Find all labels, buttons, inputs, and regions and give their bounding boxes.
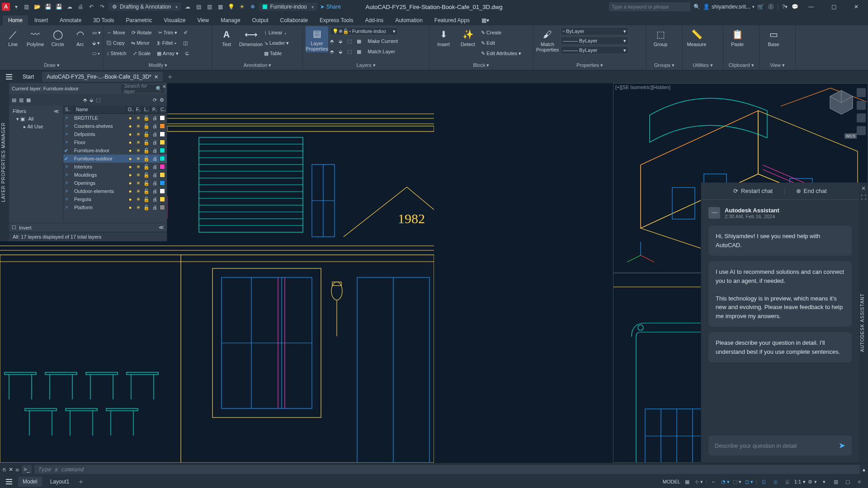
layer-tool6[interactable]: ⬙ [339, 49, 342, 55]
tool-line[interactable]: ／Line [3, 26, 23, 47]
snow-icon[interactable]: ❄ [249, 3, 256, 10]
help-icon[interactable]: ?▾ [781, 3, 788, 10]
search-icon[interactable]: 🔍 [693, 3, 700, 10]
tab-expresstools[interactable]: Express Tools [314, 15, 359, 25]
assistant-side-title[interactable]: AUTODESK ASSISTANT [859, 183, 868, 463]
layer-panel-title[interactable]: LAYER PROPERTIES MANAGER [0, 83, 9, 241]
tool-erase-icon[interactable]: ✐ [184, 30, 188, 36]
tool-ellipse[interactable]: ⬭ ▾ [92, 49, 101, 58]
block-edit[interactable]: ✎ Edit [481, 38, 521, 47]
tab-automation[interactable]: Automation [390, 15, 428, 25]
tab-addins[interactable]: Add-ins [359, 15, 389, 25]
osnap-icon[interactable]: ◻ ▾ [744, 477, 754, 487]
polar-icon[interactable]: ◔ ▾ [721, 477, 731, 487]
layer-row[interactable]: 〃Counters-shelves●☀🔓🖨 [63, 122, 167, 130]
cmd-history-icon[interactable]: ⎋ [3, 466, 6, 473]
tool-text[interactable]: AText [215, 26, 238, 47]
new-icon[interactable]: ▥ [23, 3, 30, 10]
tool-scale[interactable]: ⤢ Scale [133, 51, 151, 56]
tool-hatch[interactable]: ⬙ ▾ [92, 38, 101, 47]
cmd-customize-icon[interactable]: ⎄ [16, 466, 19, 473]
tool-arc[interactable]: ◠Arc [70, 26, 90, 47]
layer-delete-icon[interactable]: ▥ [19, 97, 24, 103]
tab-document[interactable]: AutoCAD-FY25_Fire-...-Book-Cafe_01_3D*✕ [42, 72, 162, 82]
tool-polyline[interactable]: 〰Polyline [25, 26, 45, 47]
layer-row[interactable]: 〃Openings●☀🔓🖨 [63, 179, 167, 187]
layer-iso-icon[interactable]: ⬘ [83, 97, 87, 103]
layer-tool1[interactable]: ⬘ [330, 38, 334, 44]
tool-offset-icon[interactable]: ⊆ [185, 51, 189, 56]
bulb-icon[interactable]: 💡 [227, 3, 235, 10]
sheet2-icon[interactable]: ▥ [206, 3, 213, 10]
layer-row[interactable]: 〃Outdoor-elements●☀🔓🖨 [63, 187, 167, 195]
layer-tool2[interactable]: ⬙ [339, 38, 342, 44]
invert-filter[interactable]: Invert [19, 225, 32, 230]
minimize-button[interactable]: — [801, 0, 821, 14]
tool-trim[interactable]: ✂ Trim ▾ [158, 30, 178, 36]
tool-linear[interactable]: ⟊ Linear ▾ [264, 28, 289, 37]
layer-row[interactable]: 〃Defpoints●☀🔓🖨 [63, 130, 167, 138]
tool-mirror[interactable]: ⇋ Mirror [131, 40, 150, 46]
tab-start[interactable]: Start [18, 72, 38, 82]
layer-row[interactable]: 〃Mouldings●☀🔓🖨 [63, 171, 167, 179]
maximize-button[interactable]: ▢ [824, 0, 844, 14]
tool-copy[interactable]: ⿻ Copy [107, 40, 125, 46]
layer-row[interactable]: 〃BRDTITLE●☀🔓🖨 [63, 114, 167, 122]
hardware-icon[interactable]: ▥ [831, 477, 841, 487]
layer-row[interactable]: 〃Floor●☀🔓🖨 [63, 138, 167, 146]
web-icon[interactable]: ☁ [66, 3, 73, 10]
open-icon[interactable]: 📂 [33, 3, 41, 10]
app-menu-caret[interactable]: ▾ [13, 3, 20, 10]
workspace-dropdown[interactable]: ⚙ Drafting & Annotation [108, 3, 181, 11]
layer-merge-icon[interactable]: ⬚ [96, 97, 100, 103]
save-icon[interactable]: 💾 [44, 3, 52, 10]
cmd-close-icon[interactable]: ✕ [9, 466, 13, 473]
layer-state-icon[interactable]: ▦ [26, 97, 31, 103]
layer-tool5[interactable]: ⬘ [330, 49, 334, 55]
panel-close-icon[interactable]: ✕ [162, 84, 166, 89]
cart-icon[interactable]: 🛒 [757, 3, 764, 10]
tool-match-properties[interactable]: 🖌Match Properties [536, 26, 559, 52]
gear-status-icon[interactable]: ⚙ ▾ [807, 477, 817, 487]
iso-icon[interactable]: ⬚ ▾ [732, 477, 742, 487]
tool-detect[interactable]: ✨Detect [457, 26, 479, 47]
saveas-icon[interactable]: 💾 [55, 3, 62, 10]
tab-visualize[interactable]: Visualize [159, 15, 191, 25]
tab-manage[interactable]: Manage [215, 15, 245, 25]
nav-bar[interactable] [857, 88, 866, 135]
assistant-close-icon[interactable]: ✕ [860, 185, 867, 192]
layout-tab-layout1[interactable]: Layout1 [46, 477, 74, 487]
tab-output[interactable]: Output [247, 15, 274, 25]
tool-rect[interactable]: ▭ ▾ [92, 28, 101, 37]
anno2-icon[interactable]: ⍐ [771, 477, 781, 487]
tool-dimension[interactable]: ⟷Dimension [240, 26, 262, 47]
layer-search-input[interactable]: Search for layer 🔍 [121, 84, 164, 93]
tool-base[interactable]: ▭Base [762, 26, 785, 47]
undo-icon[interactable]: ↶ [88, 3, 95, 10]
viewport-label[interactable]: [+][SE Isometric][Hidden] [615, 84, 670, 90]
tab-parametric[interactable]: Parametric [121, 15, 158, 25]
tab-3dtools[interactable]: 3D Tools [88, 15, 119, 25]
redo-icon[interactable]: ↷ [99, 3, 106, 10]
anno3-icon[interactable]: ⍗ [783, 477, 793, 487]
layer-make-current[interactable]: Make Current [368, 38, 398, 44]
user-menu[interactable]: 👤 shiyamdev.srit...▾ [703, 4, 755, 10]
layer-tool8[interactable]: ▦ [357, 49, 361, 55]
snap-icon[interactable]: ⊹ ▾ [694, 477, 704, 487]
tool-stretch[interactable]: ↕ Stretch [107, 51, 126, 56]
tool-move[interactable]: ↔ Move [107, 30, 125, 35]
tab-collaborate[interactable]: Collaborate [275, 15, 313, 25]
sun-icon[interactable]: ☀ [238, 3, 245, 10]
tool-group[interactable]: ⬚Group [649, 26, 672, 47]
layer-row[interactable]: 〃Interiors●☀🔓🖨 [63, 163, 167, 171]
layer-settings-icon[interactable]: ⚙ [160, 97, 164, 103]
close-button[interactable]: ✕ [846, 0, 866, 14]
tool-insert[interactable]: ⬇Insert [432, 26, 455, 47]
layer-refresh-icon[interactable]: ⟳ [153, 97, 157, 103]
assistant-expand-icon[interactable]: ⛶ [860, 194, 867, 202]
help-search-input[interactable]: Type a keyword or phrase [609, 2, 690, 11]
app-icon[interactable]: A [2, 3, 10, 11]
anno-icon[interactable]: ⍰ [759, 477, 769, 487]
share-button[interactable]: ➤Share [320, 4, 341, 10]
plot-icon[interactable]: 🖨 [77, 3, 84, 10]
